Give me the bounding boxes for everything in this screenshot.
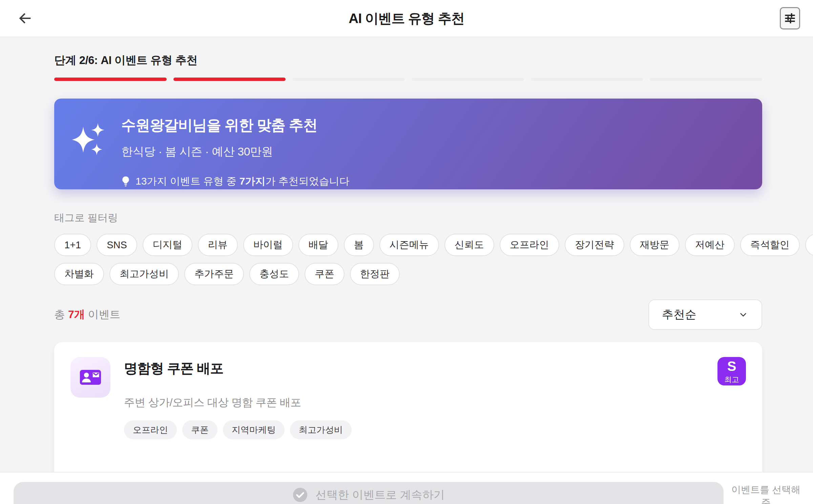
filter-chip[interactable]: 리뷰	[198, 234, 238, 256]
filter-label: 태그로 필터링	[54, 211, 762, 225]
banner-texts: 수원왕갈비님을 위한 맞춤 추천 한식당 · 봄 시즌 · 예산 30만원 13…	[121, 115, 350, 189]
continue-button[interactable]: 선택한 이벤트로 계속하기	[14, 482, 724, 504]
filter-chip[interactable]: 쿠폰	[305, 263, 345, 285]
banner-subtitle: 한식당 · 봄 시즌 · 예산 30만원	[121, 144, 350, 160]
progress-segment	[54, 78, 167, 81]
filter-chip[interactable]: 충성도	[249, 263, 299, 285]
filter-chip[interactable]: 재방문	[630, 234, 680, 256]
filter-chip[interactable]: 장기전략	[565, 234, 624, 256]
screen: AI 이벤트 유형 추천 단계 2/6: AI 이벤트 유형 추천 수원왕갈비님…	[0, 0, 813, 504]
results-count: 총 7개 이벤트	[54, 307, 121, 322]
filter-chip-row-2: 차별화최고가성비추가주문충성도쿠폰한정판	[54, 263, 762, 285]
results-count-number: 7개	[68, 308, 85, 320]
filter-chip[interactable]: 1+1	[54, 234, 91, 256]
filter-chip[interactable]: 지역마케팅	[805, 234, 813, 256]
banner-info-text: 13가지 이벤트 유형 중 7가지가 추천되었습니다	[136, 174, 350, 188]
check-circle-icon	[292, 487, 308, 503]
selection-hint: 이벤트를 선택해주 세요	[728, 483, 804, 504]
bottom-bar: 선택한 이벤트로 계속하기 이벤트를 선택해주 세요	[0, 472, 813, 504]
progress-track	[54, 78, 762, 81]
event-card-head: 명함형 쿠폰 배포 주변 상가/오피스 대상 명함 쿠폰 배포 오프라인쿠폰지역…	[70, 357, 746, 439]
back-arrow-icon	[17, 10, 33, 26]
recommendation-banner: 수원왕갈비님을 위한 맞춤 추천 한식당 · 봄 시즌 · 예산 30만원 13…	[54, 99, 762, 189]
back-button[interactable]	[14, 7, 36, 29]
card-tag: 지역마케팅	[223, 420, 285, 439]
grade-badge: S 최고	[717, 357, 746, 385]
event-title: 명함형 쿠폰 배포	[124, 357, 704, 378]
filter-chip[interactable]: 배달	[298, 234, 338, 256]
card-tags: 오프라인쿠폰지역마케팅최고가성비	[124, 420, 704, 439]
lightbulb-icon	[121, 176, 130, 187]
progress-segment	[173, 78, 286, 81]
grade-label: 최고	[724, 376, 739, 383]
contact-coupon-icon	[70, 357, 110, 398]
event-description: 주변 상가/오피스 대상 명함 쿠폰 배포	[124, 395, 704, 410]
filter-chip[interactable]: 차별화	[54, 263, 104, 285]
results-row: 총 7개 이벤트 추천순	[54, 299, 762, 330]
sparkles-icon	[71, 117, 108, 189]
tune-sliders-icon	[784, 12, 796, 25]
card-tag: 최고가성비	[290, 420, 352, 439]
filter-chip-row-1: 1+1SNS디지털리뷰바이럴배달봄시즌메뉴신뢰도오프라인장기전략재방문저예산즉석…	[54, 234, 762, 256]
content: 단계 2/6: AI 이벤트 유형 추천 수원왕갈비님을 위한 맞춤 추천 한식…	[0, 37, 813, 472]
banner-info: 13가지 이벤트 유형 중 7가지가 추천되었습니다	[121, 174, 350, 188]
progress-segment	[650, 78, 762, 81]
filter-chip[interactable]: 디지털	[143, 234, 192, 256]
step-label: 단계 2/6: AI 이벤트 유형 추천	[54, 53, 762, 68]
filter-chip[interactable]: 봄	[344, 234, 374, 256]
progress-segment	[531, 78, 643, 81]
card-tag: 쿠폰	[182, 420, 217, 439]
filter-chip[interactable]: 추가주문	[184, 263, 244, 285]
filter-chip[interactable]: 오프라인	[500, 234, 559, 256]
filter-chip[interactable]: 최고가성비	[109, 263, 179, 285]
card-tag: 오프라인	[124, 420, 177, 439]
progress-segment	[412, 78, 524, 81]
filter-chip[interactable]: 저예산	[685, 234, 735, 256]
filter-chip[interactable]: 시즌메뉴	[379, 234, 439, 256]
continue-button-label: 선택한 이벤트로 계속하기	[315, 487, 444, 503]
event-card[interactable]: 명함형 쿠폰 배포 주변 상가/오피스 대상 명함 쿠폰 배포 오프라인쿠폰지역…	[54, 342, 762, 472]
event-card-texts: 명함형 쿠폰 배포 주변 상가/오피스 대상 명함 쿠폰 배포 오프라인쿠폰지역…	[124, 357, 704, 439]
header: AI 이벤트 유형 추천	[0, 0, 813, 37]
grade-letter: S	[727, 359, 736, 373]
filter-chip[interactable]: 신뢰도	[444, 234, 494, 256]
filter-chip[interactable]: 한정판	[350, 263, 400, 285]
chevron-down-icon	[738, 309, 749, 320]
banner-title: 수원왕갈비님을 위한 맞춤 추천	[121, 115, 350, 135]
progress-segment	[292, 78, 405, 81]
sort-dropdown[interactable]: 추천순	[648, 299, 762, 330]
sort-dropdown-value: 추천순	[662, 307, 696, 322]
page-title: AI 이벤트 유형 추천	[349, 9, 464, 28]
filter-settings-button[interactable]	[780, 7, 800, 29]
filter-chip[interactable]: 즉석할인	[740, 234, 800, 256]
filter-chip[interactable]: 바이럴	[243, 234, 293, 256]
filter-chip[interactable]: SNS	[97, 234, 137, 256]
